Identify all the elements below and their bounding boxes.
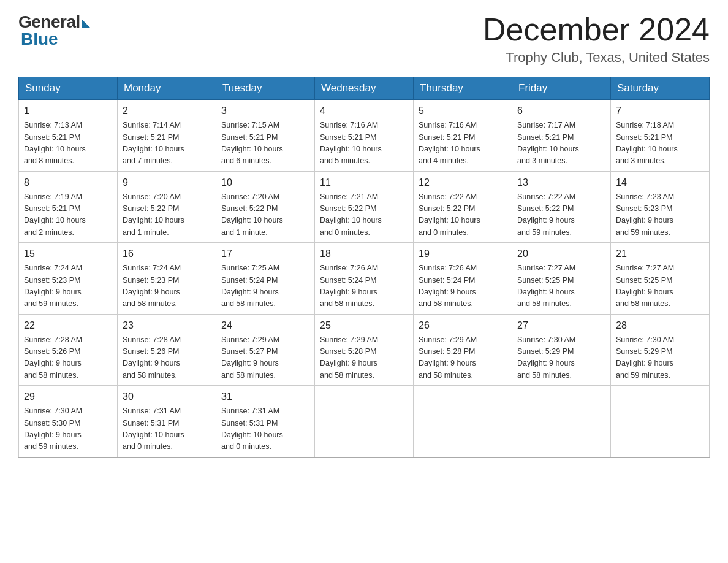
calendar-day-cell: 7Sunrise: 7:18 AM Sunset: 5:21 PM Daylig…	[611, 100, 710, 172]
day-info: Sunrise: 7:28 AM Sunset: 5:26 PM Dayligh…	[123, 334, 211, 382]
calendar-weekday-header: Tuesday	[216, 77, 315, 100]
day-info: Sunrise: 7:29 AM Sunset: 5:27 PM Dayligh…	[221, 334, 309, 382]
day-number: 26	[419, 318, 507, 333]
day-info: Sunrise: 7:13 AM Sunset: 5:21 PM Dayligh…	[24, 120, 112, 167]
day-number: 8	[24, 175, 112, 190]
calendar-weekday-header: Saturday	[611, 77, 710, 100]
calendar-day-cell: 4Sunrise: 7:16 AM Sunset: 5:21 PM Daylig…	[315, 100, 414, 172]
page-header: General Blue December 2024 Trophy Club, …	[18, 12, 710, 66]
day-info: Sunrise: 7:15 AM Sunset: 5:21 PM Dayligh…	[221, 120, 309, 167]
calendar-day-cell: 28Sunrise: 7:30 AM Sunset: 5:29 PM Dayli…	[611, 314, 710, 386]
calendar-week-row: 22Sunrise: 7:28 AM Sunset: 5:26 PM Dayli…	[19, 314, 710, 386]
calendar-day-cell: 13Sunrise: 7:22 AM Sunset: 5:22 PM Dayli…	[512, 171, 611, 243]
calendar-day-cell: 12Sunrise: 7:22 AM Sunset: 5:22 PM Dayli…	[414, 171, 512, 243]
calendar-header-row: SundayMondayTuesdayWednesdayThursdayFrid…	[19, 77, 710, 100]
day-info: Sunrise: 7:16 AM Sunset: 5:21 PM Dayligh…	[320, 120, 408, 167]
day-number: 4	[320, 104, 408, 118]
day-info: Sunrise: 7:21 AM Sunset: 5:22 PM Dayligh…	[320, 191, 408, 239]
day-info: Sunrise: 7:25 AM Sunset: 5:24 PM Dayligh…	[221, 262, 309, 310]
day-info: Sunrise: 7:27 AM Sunset: 5:25 PM Dayligh…	[517, 262, 605, 310]
calendar-day-cell: 2Sunrise: 7:14 AM Sunset: 5:21 PM Daylig…	[118, 100, 216, 172]
day-number: 12	[419, 175, 507, 190]
calendar-week-row: 1Sunrise: 7:13 AM Sunset: 5:21 PM Daylig…	[19, 100, 710, 172]
day-info: Sunrise: 7:16 AM Sunset: 5:21 PM Dayligh…	[419, 120, 507, 167]
calendar-week-row: 29Sunrise: 7:30 AM Sunset: 5:30 PM Dayli…	[19, 386, 710, 458]
calendar-day-cell: 30Sunrise: 7:31 AM Sunset: 5:31 PM Dayli…	[118, 386, 216, 458]
day-number: 30	[123, 389, 211, 404]
calendar-day-cell: 8Sunrise: 7:19 AM Sunset: 5:21 PM Daylig…	[19, 171, 118, 243]
logo-blue-text: Blue	[21, 29, 58, 49]
day-info: Sunrise: 7:28 AM Sunset: 5:26 PM Dayligh…	[24, 334, 112, 382]
calendar-day-cell: 17Sunrise: 7:25 AM Sunset: 5:24 PM Dayli…	[216, 243, 315, 315]
day-number: 28	[616, 318, 704, 333]
day-info: Sunrise: 7:23 AM Sunset: 5:23 PM Dayligh…	[616, 191, 704, 239]
logo-triangle-icon	[82, 19, 90, 28]
day-number: 29	[24, 389, 112, 404]
day-number: 24	[221, 318, 309, 333]
day-info: Sunrise: 7:24 AM Sunset: 5:23 PM Dayligh…	[123, 262, 211, 310]
calendar-day-cell: 24Sunrise: 7:29 AM Sunset: 5:27 PM Dayli…	[216, 314, 315, 386]
month-title: December 2024	[483, 12, 710, 47]
calendar-day-cell: 5Sunrise: 7:16 AM Sunset: 5:21 PM Daylig…	[414, 100, 512, 172]
calendar-day-cell	[414, 386, 512, 458]
day-info: Sunrise: 7:22 AM Sunset: 5:22 PM Dayligh…	[419, 191, 507, 239]
calendar-weekday-header: Wednesday	[315, 77, 414, 100]
day-info: Sunrise: 7:31 AM Sunset: 5:31 PM Dayligh…	[123, 405, 211, 453]
day-info: Sunrise: 7:19 AM Sunset: 5:21 PM Dayligh…	[24, 191, 112, 239]
day-number: 14	[616, 175, 704, 190]
calendar-day-cell: 16Sunrise: 7:24 AM Sunset: 5:23 PM Dayli…	[118, 243, 216, 315]
day-number: 11	[320, 175, 408, 190]
day-info: Sunrise: 7:20 AM Sunset: 5:22 PM Dayligh…	[123, 191, 211, 239]
day-number: 2	[123, 104, 211, 118]
day-number: 19	[419, 247, 507, 261]
calendar-day-cell: 25Sunrise: 7:29 AM Sunset: 5:28 PM Dayli…	[315, 314, 414, 386]
day-number: 13	[517, 175, 605, 190]
day-number: 27	[517, 318, 605, 333]
calendar-day-cell: 26Sunrise: 7:29 AM Sunset: 5:28 PM Dayli…	[414, 314, 512, 386]
calendar-day-cell: 31Sunrise: 7:31 AM Sunset: 5:31 PM Dayli…	[216, 386, 315, 458]
calendar-day-cell	[611, 386, 710, 458]
day-number: 22	[24, 318, 112, 333]
title-section: December 2024 Trophy Club, Texas, United…	[483, 12, 710, 66]
calendar-weekday-header: Monday	[118, 77, 216, 100]
day-number: 3	[221, 104, 309, 118]
calendar-day-cell: 1Sunrise: 7:13 AM Sunset: 5:21 PM Daylig…	[19, 100, 118, 172]
calendar-day-cell: 27Sunrise: 7:30 AM Sunset: 5:29 PM Dayli…	[512, 314, 611, 386]
calendar-table: SundayMondayTuesdayWednesdayThursdayFrid…	[18, 77, 710, 458]
day-info: Sunrise: 7:24 AM Sunset: 5:23 PM Dayligh…	[24, 262, 112, 310]
day-number: 17	[221, 247, 309, 261]
calendar-day-cell: 9Sunrise: 7:20 AM Sunset: 5:22 PM Daylig…	[118, 171, 216, 243]
calendar-day-cell: 20Sunrise: 7:27 AM Sunset: 5:25 PM Dayli…	[512, 243, 611, 315]
logo: General Blue	[18, 12, 90, 49]
day-number: 9	[123, 175, 211, 190]
calendar-day-cell: 23Sunrise: 7:28 AM Sunset: 5:26 PM Dayli…	[118, 314, 216, 386]
calendar-day-cell: 3Sunrise: 7:15 AM Sunset: 5:21 PM Daylig…	[216, 100, 315, 172]
day-number: 18	[320, 247, 408, 261]
calendar-day-cell	[315, 386, 414, 458]
calendar-weekday-header: Thursday	[414, 77, 512, 100]
day-number: 16	[123, 247, 211, 261]
day-number: 6	[517, 104, 605, 118]
day-number: 5	[419, 104, 507, 118]
day-number: 21	[616, 247, 704, 261]
calendar-day-cell: 11Sunrise: 7:21 AM Sunset: 5:22 PM Dayli…	[315, 171, 414, 243]
calendar-day-cell: 19Sunrise: 7:26 AM Sunset: 5:24 PM Dayli…	[414, 243, 512, 315]
calendar-day-cell: 14Sunrise: 7:23 AM Sunset: 5:23 PM Dayli…	[611, 171, 710, 243]
day-number: 23	[123, 318, 211, 333]
location-title: Trophy Club, Texas, United States	[483, 50, 710, 66]
day-info: Sunrise: 7:29 AM Sunset: 5:28 PM Dayligh…	[419, 334, 507, 382]
calendar-day-cell: 21Sunrise: 7:27 AM Sunset: 5:25 PM Dayli…	[611, 243, 710, 315]
day-number: 10	[221, 175, 309, 190]
calendar-day-cell: 22Sunrise: 7:28 AM Sunset: 5:26 PM Dayli…	[19, 314, 118, 386]
day-number: 20	[517, 247, 605, 261]
day-info: Sunrise: 7:17 AM Sunset: 5:21 PM Dayligh…	[517, 120, 605, 167]
day-info: Sunrise: 7:18 AM Sunset: 5:21 PM Dayligh…	[616, 120, 704, 167]
day-number: 25	[320, 318, 408, 333]
calendar-day-cell: 15Sunrise: 7:24 AM Sunset: 5:23 PM Dayli…	[19, 243, 118, 315]
calendar-week-row: 8Sunrise: 7:19 AM Sunset: 5:21 PM Daylig…	[19, 171, 710, 243]
day-info: Sunrise: 7:26 AM Sunset: 5:24 PM Dayligh…	[419, 262, 507, 310]
calendar-weekday-header: Sunday	[19, 77, 118, 100]
calendar-day-cell: 29Sunrise: 7:30 AM Sunset: 5:30 PM Dayli…	[19, 386, 118, 458]
calendar-week-row: 15Sunrise: 7:24 AM Sunset: 5:23 PM Dayli…	[19, 243, 710, 315]
calendar-day-cell: 10Sunrise: 7:20 AM Sunset: 5:22 PM Dayli…	[216, 171, 315, 243]
